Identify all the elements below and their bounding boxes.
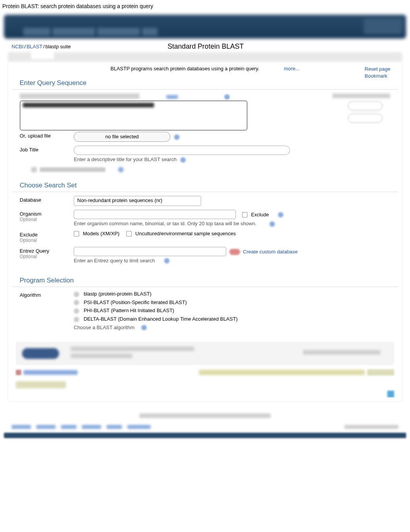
help-icon[interactable]: [141, 325, 147, 330]
breadcrumb-separator: /: [24, 44, 26, 49]
help-icon[interactable]: [269, 221, 275, 227]
optional-tag: Optional: [20, 254, 74, 259]
info-text: BLASTP programs search protein databases…: [110, 66, 259, 71]
database-label: Database: [20, 196, 74, 203]
search-set-legend: Choose Search Set: [12, 179, 398, 192]
main-content: BLASTP programs search protein databases…: [8, 61, 402, 402]
page-title: Protein BLAST: search protein databases …: [0, 0, 410, 12]
banner-right-box: [364, 19, 402, 34]
reset-page-link[interactable]: Reset page: [365, 66, 391, 73]
entrez-hint: Enter an Entrez query to limit search: [74, 258, 155, 263]
exclude-uncultured-label: Uncultured/environmental sample sequence…: [136, 231, 236, 236]
algorithm-option-label: blastp (protein-protein BLAST): [84, 291, 152, 297]
optional-tag: Optional: [20, 238, 74, 243]
algorithm-option-label: DELTA-BLAST (Domain Enhanced Lookup Time…: [84, 316, 238, 322]
help-icon[interactable]: [180, 157, 186, 163]
search-set-section: Choose Search Set Database Non-redundant…: [12, 179, 398, 271]
query-subrange: [332, 93, 390, 126]
footer-link[interactable]: [61, 425, 76, 429]
banner-nav-item[interactable]: [23, 28, 50, 36]
optional-tag: Optional: [20, 217, 74, 222]
breadcrumb: NCBI / BLAST / blastp suite Standard Pro…: [0, 41, 410, 52]
banner-nav-item[interactable]: [53, 28, 95, 36]
footer-bar: [4, 433, 406, 438]
organism-exclude-checkbox[interactable]: [242, 212, 247, 218]
program-selection-section: Program Selection Algorithm blastp (prot…: [12, 274, 398, 338]
subrange-to-input[interactable]: [348, 114, 383, 123]
bottom-button[interactable]: [16, 381, 66, 388]
algorithm-radio-blastp[interactable]: [74, 292, 79, 297]
align-checkbox[interactable]: [31, 167, 37, 172]
algorithm-radio-psiblast[interactable]: [74, 300, 79, 305]
program-tabs[interactable]: [8, 52, 402, 61]
breadcrumb-blast-link[interactable]: BLAST: [27, 44, 42, 49]
algorithm-radio-phiblast[interactable]: [74, 308, 79, 314]
job-title-hint: Enter a descriptive title for your BLAST…: [74, 156, 176, 162]
submit-row: [16, 342, 394, 365]
twitter-icon[interactable]: [387, 391, 394, 398]
footer-tagline: [139, 413, 271, 418]
subrange-from-input[interactable]: [348, 101, 383, 110]
algorithm-label: Algorithm: [20, 291, 74, 298]
footer-link[interactable]: [127, 425, 151, 429]
help-icon[interactable]: [118, 167, 124, 172]
organism-label: Organism: [20, 211, 41, 217]
footer: [4, 413, 406, 429]
help-icon[interactable]: [278, 212, 283, 218]
organism-input[interactable]: [74, 210, 236, 219]
footer-link[interactable]: [82, 425, 101, 429]
info-row: BLASTP programs search protein databases…: [8, 63, 402, 74]
exclude-uncultured-checkbox[interactable]: [126, 231, 132, 236]
database-select[interactable]: Non-redundant protein sequences (nr): [74, 196, 201, 206]
algorithm-option-label: PHI-BLAST (Pattern Hit Initiated BLAST): [84, 308, 175, 313]
ncbi-top-banner: [4, 15, 406, 39]
footer-link[interactable]: [36, 425, 56, 429]
exclude-label: Exclude: [20, 232, 37, 238]
entrez-query-input[interactable]: [74, 247, 226, 256]
algorithm-parameters-row: [16, 369, 394, 376]
exclude-models-label: Models (XM/XP): [83, 231, 120, 236]
breadcrumb-separator: /: [43, 44, 45, 49]
help-icon[interactable]: [174, 134, 180, 140]
footer-right-text: [344, 425, 398, 429]
bookmark-link[interactable]: Bookmark: [365, 73, 391, 80]
blast-submit-button[interactable]: [22, 348, 59, 359]
algorithm-hint: Choose a BLAST algorithm: [74, 325, 134, 330]
exclude-models-checkbox[interactable]: [74, 231, 79, 236]
algorithm-radio-deltablast[interactable]: [74, 317, 79, 322]
banner-nav-item[interactable]: [142, 28, 158, 36]
breadcrumb-current: blastp suite: [46, 44, 71, 49]
expand-icon[interactable]: [16, 370, 21, 375]
algorithm-option-label: PSI-BLAST (Position-Specific Iterated BL…: [84, 299, 187, 305]
align-two-sequences-row: [20, 167, 390, 173]
help-icon[interactable]: [224, 94, 230, 100]
accession-label: [20, 93, 139, 99]
program-selection-legend: Program Selection: [12, 274, 398, 287]
clear-link[interactable]: [166, 95, 178, 99]
file-input[interactable]: no file selected: [74, 132, 170, 142]
query-section-legend: Enter Query Sequence: [12, 77, 398, 90]
create-custom-db-link[interactable]: Create custom database: [243, 248, 298, 254]
organism-hint: Enter organism common name, binomial, or…: [74, 221, 256, 226]
breadcrumb-ncbi-link[interactable]: NCBI: [12, 44, 24, 49]
new-badge: [229, 249, 240, 255]
footer-link[interactable]: [12, 425, 31, 429]
upload-file-label: Or, upload file: [20, 132, 74, 139]
entrez-query-label: Entrez Query: [20, 248, 49, 254]
query-section: Enter Query Sequence: [12, 77, 398, 176]
organism-exclude-label: Exclude: [251, 212, 269, 218]
main-heading: Standard Protein BLAST: [71, 42, 341, 51]
help-icon[interactable]: [164, 258, 169, 263]
job-title-label: Job Title: [20, 146, 74, 153]
algorithm-parameters-link[interactable]: [24, 370, 78, 375]
job-title-input[interactable]: [74, 146, 290, 155]
note-text: [199, 370, 365, 375]
footer-link[interactable]: [107, 425, 122, 429]
banner-nav-item[interactable]: [97, 28, 140, 36]
restore-defaults-button[interactable]: [367, 369, 394, 376]
more-link[interactable]: more...: [284, 66, 299, 71]
